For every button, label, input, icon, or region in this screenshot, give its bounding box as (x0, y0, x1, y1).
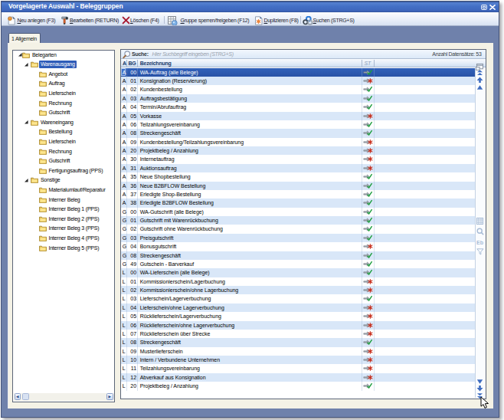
svg-text:Eb: Eb (476, 239, 483, 244)
